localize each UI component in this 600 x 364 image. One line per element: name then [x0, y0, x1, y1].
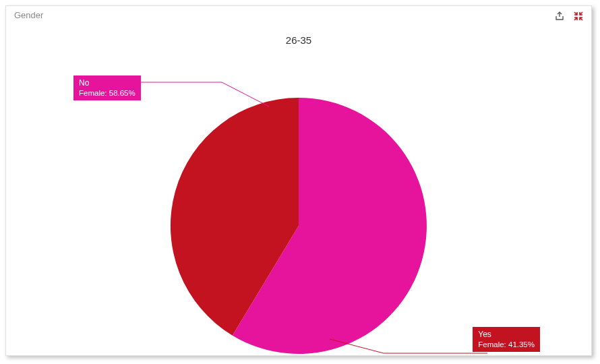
- chart-title: 26-35: [6, 34, 591, 46]
- callout-no-title: No: [79, 78, 136, 88]
- header-actions: [553, 10, 584, 22]
- callout-yes-title: Yes: [478, 330, 535, 340]
- card-header: Gender: [6, 6, 591, 22]
- leader-no: [139, 82, 269, 107]
- chart-area: No Female: 58.65% Yes Female: 41.35%: [6, 46, 591, 356]
- collapse-icon[interactable]: [572, 10, 584, 22]
- leader-yes: [330, 339, 487, 353]
- callout-yes: Yes Female: 41.35%: [473, 327, 540, 352]
- callout-no: No Female: 58.65%: [73, 75, 141, 100]
- callout-no-value: Female: 58.65%: [79, 88, 136, 98]
- callout-yes-value: Female: 41.35%: [478, 340, 535, 349]
- chart-card: Gender 26-35: [5, 5, 592, 356]
- export-icon[interactable]: [553, 10, 566, 22]
- panel-title: Gender: [14, 10, 43, 20]
